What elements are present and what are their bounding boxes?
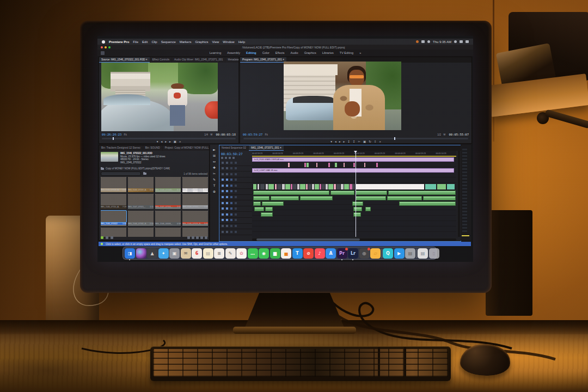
track-header-a6[interactable] [219,206,252,212]
audio-clip[interactable] [300,196,333,200]
bin-item-1[interactable]: IMG_1546_07108_A.. 3:24 [101,177,126,192]
notification-center-icon[interactable] [465,40,469,43]
workspace-tab[interactable]: Assembly [227,51,240,54]
track-header-a8[interactable] [219,218,252,224]
transport-button[interactable]: ⇪ [374,140,377,143]
track-header-a1[interactable] [219,177,252,183]
timeline-tracks-area[interactable]: fx 01_FILM GRAIN OVERLAY.mov fx 02_LIGHT… [252,156,456,237]
dock-icon-tv[interactable]: ▶ [394,248,405,259]
bin-breadcrumb[interactable]: Copy of MONEY NOW (FULL EDIT).prproj/[ST… [101,167,170,170]
bin-item-12[interactable]: IMG_1546_07019_B.. 3:05 [182,211,208,226]
transport-button[interactable]: » [379,140,381,143]
workspace-tab[interactable]: TV Editing [340,51,353,54]
search-input[interactable] [101,171,141,176]
video-clip-v3[interactable]: fx 01_FILM GRAIN OVERLAY.mov [252,157,454,162]
dock-icon-textedit[interactable]: ✎ [225,248,236,259]
clip[interactable] [447,184,455,189]
dock-icon-lightroom[interactable]: Lr [348,248,358,259]
audio-clip[interactable] [356,196,386,200]
panel-tab[interactable]: Program: IMG_1546_072071_001 × [240,57,286,63]
dock-icon-mail[interactable]: ✉ [181,248,191,259]
clip-thumbnail[interactable] [155,194,181,205]
dock-icon-launchpad[interactable]: ▲ [147,248,157,259]
clip-thumbnail[interactable] [101,194,126,205]
dock-icon-numbers[interactable]: ▆ [270,248,280,259]
track-header-a9[interactable] [219,224,252,230]
menu-item[interactable]: Clip [151,40,157,44]
dock-icon-facetime[interactable]: ◉ [259,248,269,259]
audio-clip[interactable] [262,201,284,206]
dock-separator[interactable] [382,249,382,258]
bin-item-2[interactable]: IMG_1546_07209_A.. 3:32 [128,177,154,192]
selected-white-clip[interactable] [356,184,424,189]
control-center-icon[interactable] [460,40,463,43]
bluetooth-icon[interactable] [421,40,425,43]
workspace-tab[interactable]: Effects [275,51,285,54]
panel-tab[interactable]: Bin: Trackers Designed 12 Stereo [99,145,143,151]
workspace-tab[interactable]: Audio [291,51,298,54]
wifi-icon[interactable] [427,40,430,43]
track-header-a4[interactable] [219,195,252,201]
dock-icon-music[interactable]: ♪ [315,248,325,259]
program-zoom-select[interactable]: Fit [265,133,268,136]
transport-button[interactable]: ▸ [339,140,341,143]
snap-icon[interactable] [221,157,223,159]
panel-tab[interactable]: Audio Clip Mixer: IMG_1546_072071_001 [172,57,225,63]
transport-button[interactable]: ▣ [363,140,366,143]
edit-pencil-icon[interactable] [101,236,103,239]
clip-thumbnail[interactable] [128,177,154,188]
audio-clip[interactable] [352,201,363,206]
transport-button[interactable]: ▾ [157,140,158,143]
transport-button[interactable]: ▾ [330,140,332,143]
workspace-tab[interactable]: Editing [246,51,256,54]
audio-clip[interactable] [356,191,387,195]
thumbnail-view-icon[interactable] [111,236,113,239]
clip-thumbnail[interactable] [182,211,208,222]
work-area-bar[interactable] [252,156,456,157]
menu-item[interactable]: Help [238,40,245,44]
dock-icon-premiere[interactable]: Pr [337,248,347,259]
clip[interactable] [425,184,436,189]
clip[interactable] [304,163,306,167]
workspace-tab[interactable]: » [359,51,361,54]
timeline-timecode[interactable]: 00:03:59:27 [219,151,252,157]
bin-item-11[interactable]: IMG_1546_00006_.. 0:58 [155,211,181,226]
transport-button[interactable]: ↥ [347,140,350,143]
close-window-button[interactable] [101,46,103,48]
spotlight-search-icon[interactable] [454,40,457,43]
clip[interactable] [328,163,330,167]
bin-item-5[interactable]: IMG_1546_07110_A.. 7:19 [101,194,126,209]
menu-item[interactable]: Graphics [195,40,208,44]
transport-button[interactable]: ↧ [353,140,356,143]
panel-tab[interactable]: Source: IMG_1546_070322_001.R3D × [99,57,150,63]
automate-icon[interactable] [187,236,190,239]
video-clip-v2[interactable]: fx 02_LIGHT LEAK 4K.mov [252,168,454,173]
track-header-v2[interactable] [219,166,252,172]
bin-item-3[interactable]: IMG_1546_072085.. 8:16 [155,177,181,192]
tool-button[interactable]: ↔ [213,160,216,163]
bin-item-10[interactable]: IMG_1546_07182_B.. 2:10 [128,211,154,226]
audio-clip[interactable] [388,191,456,195]
tool-button[interactable]: ✚ [213,166,216,169]
linked-selection-icon[interactable] [225,157,227,159]
track-header-v3[interactable] [219,160,252,166]
apple-menu-icon[interactable] [102,40,105,44]
timeline-playhead[interactable] [356,151,356,237]
dock-icon-garageband[interactable]: ◎ [359,248,370,259]
audio-clip[interactable] [253,201,261,206]
audio-clip[interactable] [265,207,273,211]
tool-button[interactable]: ⊕ [213,189,216,193]
transport-button[interactable]: ▸ [343,140,345,143]
clip[interactable] [307,163,309,167]
clip-thumbnail[interactable] [128,211,154,222]
audio-clip[interactable] [353,207,362,211]
list-view-icon[interactable] [106,236,108,239]
timeline-vertical-scrollbar[interactable] [458,151,460,237]
bin-item-6[interactable]: IMG_1547_07015_.. 1:11 [128,194,154,209]
panel-tab[interactable]: Metadata [225,57,238,63]
bin-item-16[interactable]: IMG_1546_07501_.. 2:58 [182,228,208,237]
bin-item-selected[interactable]: IMG_1546_070322 1:10 [101,211,126,226]
audio-clip[interactable] [261,212,273,217]
marker-icon[interactable] [229,157,231,159]
transport-button[interactable]: ✂ [358,140,360,143]
